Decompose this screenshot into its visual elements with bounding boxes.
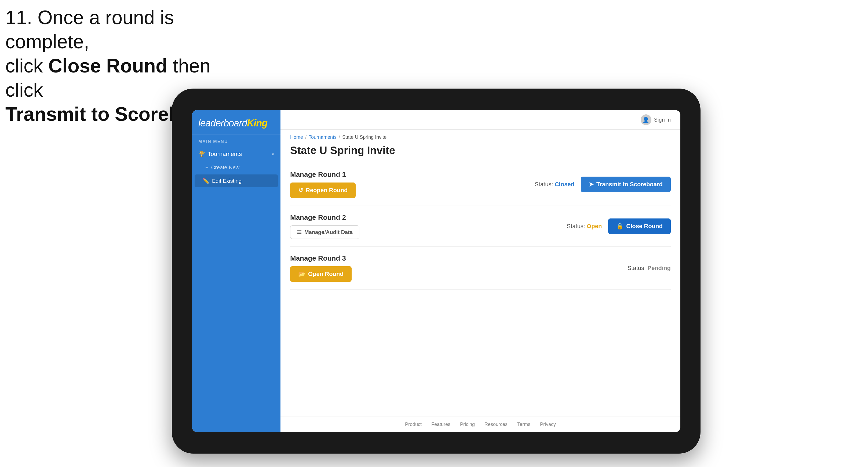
round-1-title: Manage Round 1	[290, 170, 355, 179]
rounds-container: Manage Round 1 ↺ Reopen Round Status: Cl…	[280, 163, 680, 416]
breadcrumb-home[interactable]: Home	[290, 134, 303, 140]
round-2-title: Manage Round 2	[290, 213, 360, 222]
round-2-row: Manage Round 2 ☰ Manage/Audit Data Statu…	[290, 206, 671, 247]
breadcrumb-sep1: /	[305, 134, 307, 140]
reopen-icon: ↺	[298, 187, 303, 194]
page-title: State U Spring Invite	[280, 142, 680, 163]
main-content: 👤 Sign In Home / Tournaments / State U S…	[280, 110, 680, 432]
footer-link-features[interactable]: Features	[431, 422, 451, 427]
manage-audit-data-button[interactable]: ☰ Manage/Audit Data	[290, 225, 360, 239]
lock-icon: 🔒	[616, 223, 623, 230]
manage-icon: ☰	[297, 229, 302, 236]
app-footer: Product Features Pricing Resources Terms…	[280, 416, 680, 432]
open-round-button[interactable]: 📂 Open Round	[290, 266, 351, 282]
round-3-title: Manage Round 3	[290, 254, 351, 262]
round-3-left: Manage Round 3 📂 Open Round	[290, 254, 351, 282]
sidebar-item-edit-existing[interactable]: ✏️ Edit Existing	[194, 175, 278, 187]
breadcrumb-tournaments[interactable]: Tournaments	[309, 134, 337, 140]
sidebar-section-label: MAIN MENU	[192, 134, 280, 147]
round-2-left: Manage Round 2 ☰ Manage/Audit Data	[290, 213, 360, 239]
footer-link-resources[interactable]: Resources	[485, 422, 507, 427]
round-2-status-value: Open	[587, 223, 602, 229]
chevron-down-icon: ▾	[272, 152, 274, 157]
sidebar-tournaments-label: Tournaments	[208, 151, 269, 158]
trophy-icon: 🏆	[198, 151, 205, 157]
footer-link-terms[interactable]: Terms	[517, 422, 530, 427]
round-2-right: Status: Open 🔒 Close Round	[566, 218, 671, 234]
plus-icon: +	[205, 164, 209, 171]
round-2-status: Status: Open	[566, 223, 602, 230]
footer-link-privacy[interactable]: Privacy	[540, 422, 556, 427]
transmit-icon: ➤	[589, 181, 594, 188]
round-1-left: Manage Round 1 ↺ Reopen Round	[290, 170, 355, 198]
round-1-right: Status: Closed ➤ Transmit to Scoreboard	[535, 177, 671, 192]
breadcrumb: Home / Tournaments / State U Spring Invi…	[280, 130, 680, 142]
sidebar-item-create-new[interactable]: + Create New	[192, 161, 280, 174]
sidebar-create-new-label: Create New	[211, 164, 274, 171]
breadcrumb-sep2: /	[339, 134, 340, 140]
breadcrumb-current: State U Spring Invite	[342, 134, 386, 140]
sidebar-edit-existing-label: Edit Existing	[212, 178, 272, 184]
sidebar-item-tournaments[interactable]: 🏆 Tournaments ▾	[192, 147, 280, 161]
footer-link-pricing[interactable]: Pricing	[460, 422, 475, 427]
sidebar-logo: leaderboardKing	[192, 110, 280, 134]
round-1-row: Manage Round 1 ↺ Reopen Round Status: Cl…	[290, 163, 671, 206]
round-1-status-value: Closed	[555, 181, 575, 188]
sign-in-label: Sign In	[654, 117, 671, 123]
open-icon: 📂	[298, 271, 305, 278]
round-1-status: Status: Closed	[535, 181, 575, 188]
sidebar: leaderboardKing MAIN MENU 🏆 Tournaments …	[192, 110, 280, 432]
round-3-status: Status: Pending	[627, 264, 671, 272]
tablet-screen: leaderboardKing MAIN MENU 🏆 Tournaments …	[192, 110, 680, 432]
reopen-round-button[interactable]: ↺ Reopen Round	[290, 183, 355, 198]
round-3-right: Status: Pending	[627, 264, 671, 272]
round-3-row: Manage Round 3 📂 Open Round Status: Pend…	[290, 247, 671, 289]
close-round-button[interactable]: 🔒 Close Round	[608, 218, 671, 234]
tablet-device: leaderboardKing MAIN MENU 🏆 Tournaments …	[172, 89, 701, 454]
footer-link-product[interactable]: Product	[405, 422, 422, 427]
transmit-to-scoreboard-button[interactable]: ➤ Transmit to Scoreboard	[581, 177, 671, 192]
edit-icon: ✏️	[203, 178, 209, 184]
avatar: 👤	[641, 114, 651, 125]
sign-in-button[interactable]: 👤 Sign In	[641, 114, 671, 125]
round-3-status-value: Pending	[647, 264, 671, 271]
top-header: 👤 Sign In	[280, 110, 680, 130]
